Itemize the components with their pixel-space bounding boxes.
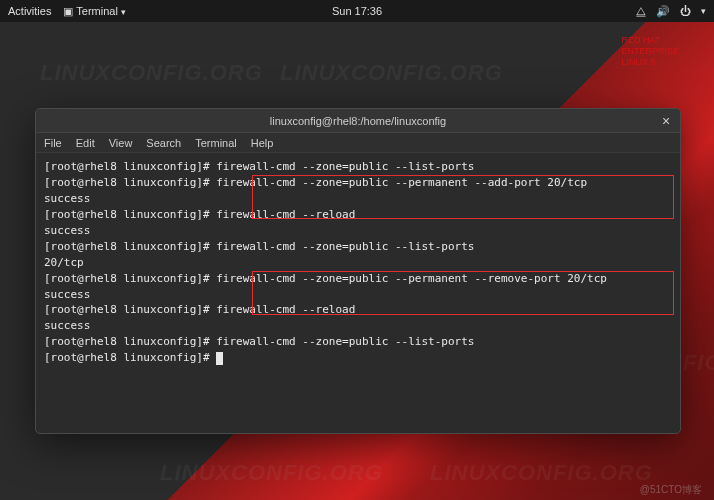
watermark: LINUXCONFIG.ORG: [160, 460, 383, 486]
attribution: @51CTO博客: [640, 483, 702, 497]
menu-search[interactable]: Search: [146, 137, 181, 149]
app-menu[interactable]: ▣ Terminal ▾: [63, 5, 126, 18]
cursor: [216, 352, 223, 365]
redhat-brand: RED HAT ENTERPRISE LINUX 8: [621, 35, 679, 67]
terminal-line: success: [44, 223, 672, 239]
terminal-line: [root@rhel8 linuxconfig]# firewall-cmd -…: [44, 302, 672, 318]
window-title: linuxconfig@rhel8:/home/linuxconfig: [270, 115, 446, 127]
terminal-window: linuxconfig@rhel8:/home/linuxconfig × Fi…: [35, 108, 681, 434]
chevron-down-icon: ▾: [701, 6, 706, 16]
terminal-line: success: [44, 318, 672, 334]
terminal-line: [root@rhel8 linuxconfig]# firewall-cmd -…: [44, 159, 672, 175]
chevron-down-icon: ▾: [121, 7, 126, 17]
network-icon[interactable]: ⧋: [636, 5, 646, 18]
menu-help[interactable]: Help: [251, 137, 274, 149]
terminal-icon: ▣: [63, 5, 73, 18]
terminal-line: [root@rhel8 linuxconfig]# firewall-cmd -…: [44, 207, 672, 223]
terminal-line: [root@rhel8 linuxconfig]# firewall-cmd -…: [44, 175, 672, 191]
terminal-line: [root@rhel8 linuxconfig]# firewall-cmd -…: [44, 239, 672, 255]
gnome-topbar: Activities ▣ Terminal ▾ Sun 17:36 ⧋ 🔊 ⏻ …: [0, 0, 714, 22]
watermark: LINUXCONFIG.ORG: [40, 60, 263, 86]
menu-view[interactable]: View: [109, 137, 133, 149]
terminal-line: success: [44, 191, 672, 207]
activities-button[interactable]: Activities: [8, 5, 51, 17]
terminal-line: [root@rhel8 linuxconfig]# firewall-cmd -…: [44, 334, 672, 350]
power-icon[interactable]: ⏻: [680, 5, 691, 17]
volume-icon[interactable]: 🔊: [656, 5, 670, 18]
terminal-body[interactable]: [root@rhel8 linuxconfig]# firewall-cmd -…: [36, 153, 680, 433]
watermark: LINUXCONFIG.ORG: [280, 60, 503, 86]
titlebar[interactable]: linuxconfig@rhel8:/home/linuxconfig ×: [36, 109, 680, 133]
menubar: File Edit View Search Terminal Help: [36, 133, 680, 153]
terminal-line: 20/tcp: [44, 255, 672, 271]
terminal-line: [root@rhel8 linuxconfig]#: [44, 350, 672, 366]
close-icon: ×: [662, 113, 670, 129]
menu-edit[interactable]: Edit: [76, 137, 95, 149]
watermark: LINUXCONFIG.ORG: [430, 460, 653, 486]
clock[interactable]: Sun 17:36: [332, 5, 382, 17]
terminal-line: success: [44, 287, 672, 303]
close-button[interactable]: ×: [658, 113, 674, 129]
terminal-line: [root@rhel8 linuxconfig]# firewall-cmd -…: [44, 271, 672, 287]
menu-file[interactable]: File: [44, 137, 62, 149]
menu-terminal[interactable]: Terminal: [195, 137, 237, 149]
